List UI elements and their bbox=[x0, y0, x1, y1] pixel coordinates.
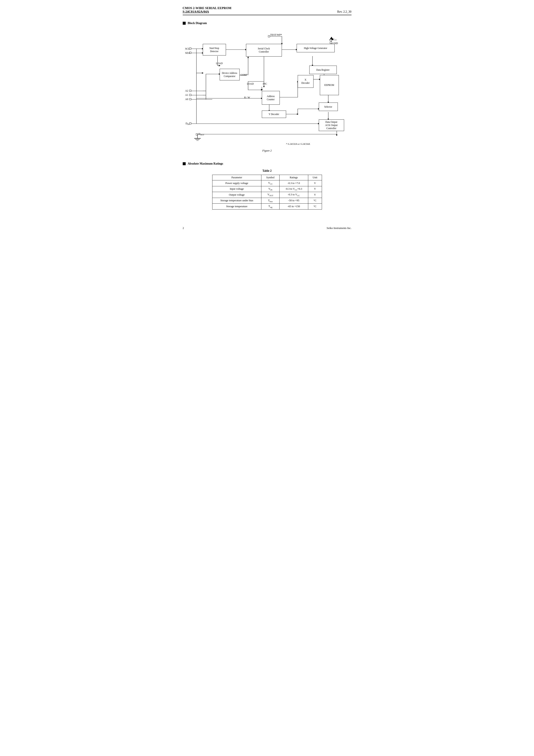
eeprom-box: EEPROM bbox=[320, 75, 339, 95]
x-decoder-box: XDecoder bbox=[298, 75, 313, 88]
param-1: Power supply voltage bbox=[212, 180, 261, 186]
bullet-icon-2 bbox=[183, 162, 186, 165]
col-parameter: Parameter bbox=[212, 175, 261, 180]
page-footer: 2 Seiko Instruments Inc. bbox=[183, 227, 352, 230]
start-stop-box: Start/StopDetector bbox=[203, 44, 226, 56]
param-3: Output voltage bbox=[212, 192, 261, 198]
dout-label: DOUT bbox=[199, 132, 204, 136]
block-diagram: SCL SDA Start/StopDetector Serial ClockC… bbox=[185, 29, 349, 147]
col-symbol: Symbol bbox=[261, 175, 279, 180]
svg-rect-23 bbox=[189, 98, 191, 100]
inc-label: INC bbox=[263, 83, 267, 85]
param-4: Storage temperature under bias bbox=[212, 198, 261, 203]
serial-clock-box: Serial ClockController bbox=[246, 44, 282, 57]
gnd-label: GND bbox=[333, 42, 338, 45]
load-label-1: LOAD bbox=[216, 62, 223, 65]
block-diagram-heading: Block Diagram bbox=[183, 21, 352, 25]
svg-rect-21 bbox=[189, 94, 191, 96]
footnote: * S-24C02A or S-24C04A bbox=[286, 143, 310, 145]
a1-label: A1 bbox=[185, 94, 188, 96]
unit-4: °C bbox=[308, 198, 322, 203]
unit-5: °C bbox=[308, 203, 322, 209]
din-label: DIN bbox=[186, 122, 189, 125]
ratings-1: -0.3 to +7.0 bbox=[279, 180, 308, 186]
table-row: Output voltage VOUT -0.3 to VCC V bbox=[212, 192, 322, 198]
title-line2: S-24C01A/02A/04A bbox=[183, 10, 231, 14]
symbol-2: VIN bbox=[261, 186, 279, 192]
symbol-5: Tstg bbox=[261, 203, 279, 209]
table-row: Power supply voltage VCC -0.3 to +7.0 V bbox=[212, 180, 322, 186]
param-2: Input voltage bbox=[212, 186, 261, 192]
symbol-3: VOUT bbox=[261, 192, 279, 198]
param-5: Storage temperature bbox=[212, 203, 261, 209]
data-register-box: Data Register bbox=[309, 66, 337, 74]
high-voltage-box: High-Voltage Generator bbox=[297, 44, 334, 52]
absolute-max-label: Absolute Maximum Ratings bbox=[188, 162, 223, 165]
absolute-max-heading: Absolute Maximum Ratings bbox=[183, 162, 352, 165]
svg-rect-44 bbox=[196, 134, 198, 135]
device-addr-box: Device AddressComparator bbox=[220, 69, 240, 80]
ratings-4: -50 to +95 bbox=[279, 198, 308, 203]
unit-2: V bbox=[308, 186, 322, 192]
svg-rect-49 bbox=[268, 36, 270, 37]
address-counter-box: AddressCounter bbox=[262, 91, 280, 105]
unit-1: V bbox=[308, 180, 322, 186]
block-diagram-label: Block Diagram bbox=[188, 21, 207, 25]
table-row: Storage temperature under bias Tbias -50… bbox=[212, 198, 322, 203]
figure-caption: Figure 2 bbox=[183, 149, 352, 152]
revision: Rev. 2.2_30 bbox=[337, 10, 351, 14]
table-row: Input voltage VIN -0.3 to VCC+0.3 V bbox=[212, 186, 322, 192]
table-title: Table 2 bbox=[183, 169, 352, 173]
bullet-icon bbox=[183, 22, 186, 25]
load-label-2: LOAD bbox=[247, 83, 254, 85]
document-title: CMOS 2-WIRE SERIAL EEPROM S-24C01A/02A/0… bbox=[183, 6, 231, 14]
page-header: CMOS 2-WIRE SERIAL EEPROM S-24C01A/02A/0… bbox=[183, 6, 352, 15]
scl-label: SCL bbox=[185, 47, 190, 50]
ratings-5: -65 to +150 bbox=[279, 203, 308, 209]
ratings-table: Parameter Symbol Ratings Unit Power supp… bbox=[212, 175, 322, 209]
a2-label: A2 bbox=[185, 89, 188, 93]
svg-rect-54 bbox=[330, 39, 332, 41]
rw-label: R / W bbox=[244, 96, 250, 99]
symbol-4: Tbias bbox=[261, 198, 279, 203]
symbol-1: VCC bbox=[261, 180, 279, 186]
data-output-box: Data OutputACK OutputController bbox=[319, 120, 344, 131]
ratings-2: -0.3 to VCC+0.3 bbox=[279, 186, 308, 192]
page-number: 2 bbox=[183, 227, 184, 230]
col-unit: Unit bbox=[308, 175, 322, 180]
a0-label: A0 bbox=[185, 98, 188, 101]
svg-rect-40 bbox=[189, 122, 191, 124]
company-name: Seiko Instruments Inc. bbox=[327, 227, 351, 230]
sda-label: SDA bbox=[185, 51, 190, 55]
test-wp-label: TEST/WP* bbox=[270, 33, 282, 37]
selector-box: Selector bbox=[319, 102, 338, 111]
title-line1: CMOS 2-WIRE SERIAL EEPROM bbox=[183, 6, 231, 10]
y-decoder-box: Y Decoder bbox=[262, 111, 286, 118]
comp-label: COMP bbox=[241, 74, 248, 76]
ratings-3: -0.3 to VCC bbox=[279, 192, 308, 198]
table-row: Storage temperature Tstg -65 to +150 °C bbox=[212, 203, 322, 209]
svg-rect-56 bbox=[330, 42, 332, 43]
col-ratings: Ratings bbox=[279, 175, 308, 180]
vcc-label: VCC bbox=[333, 38, 337, 41]
svg-rect-19 bbox=[189, 90, 191, 92]
unit-3: V bbox=[308, 192, 322, 198]
